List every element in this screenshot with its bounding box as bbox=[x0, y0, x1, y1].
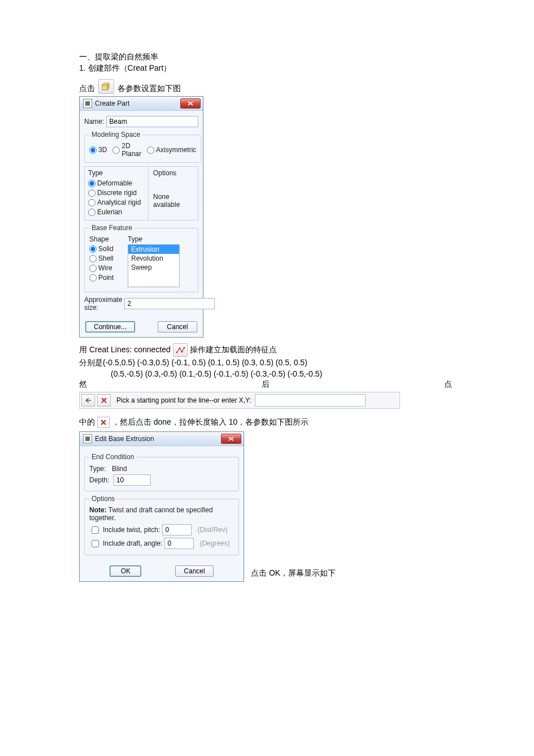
options-header: Options bbox=[153, 169, 193, 177]
cancel-button[interactable]: Cancel bbox=[175, 565, 213, 577]
options-none: None available bbox=[153, 193, 193, 209]
draft-unit: (Degrees) bbox=[199, 539, 229, 547]
titlebar: Edit Base Extrusion bbox=[80, 432, 244, 446]
approx-size-label: Approximate size: bbox=[84, 296, 122, 312]
radio-deformable[interactable]: Deformable bbox=[88, 179, 145, 187]
radio-shell[interactable]: Shell bbox=[89, 254, 124, 262]
depth-label: Depth: bbox=[89, 476, 109, 484]
base-feature-group: Base Feature Shape Solid Shell Wire Poin… bbox=[84, 224, 198, 292]
radio-point[interactable]: Point bbox=[89, 274, 124, 282]
text: 中的 bbox=[79, 417, 95, 426]
twist-checkbox[interactable] bbox=[92, 526, 99, 534]
then-line: 然后点 bbox=[79, 379, 452, 390]
close-icon[interactable] bbox=[221, 434, 241, 444]
text: 用 Creat Lines: connected bbox=[79, 345, 171, 354]
draft-label: Include draft, angle: bbox=[103, 539, 162, 547]
name-label: Name: bbox=[84, 118, 104, 126]
step-1: 1. 创建部件（Creat Part） bbox=[79, 63, 455, 74]
text: 各参数设置如下图 bbox=[118, 84, 181, 93]
type-label: Type: bbox=[89, 465, 106, 473]
list-item[interactable]: Sweep bbox=[128, 263, 179, 272]
create-part-dialog: Create Part Name: Modeling Space 3D 2D P… bbox=[79, 96, 203, 338]
edit-extrusion-dialog: Edit Base Extrusion End Condition Type: … bbox=[79, 431, 244, 582]
app-icon bbox=[83, 434, 92, 443]
connected-lines-icon bbox=[173, 343, 188, 357]
text: 操作建立加载面的特征点 bbox=[190, 345, 277, 354]
twist-label: Include twist, pitch: bbox=[103, 526, 160, 534]
radio-eulerian[interactable]: Eulerian bbox=[88, 208, 145, 216]
back-icon[interactable] bbox=[81, 394, 95, 407]
titlebar: Create Part bbox=[80, 97, 203, 111]
radio-3d[interactable]: 3D bbox=[89, 146, 107, 154]
text: 点击 bbox=[79, 84, 95, 93]
dialog-title: Create Part bbox=[95, 100, 180, 107]
app-icon bbox=[83, 99, 92, 108]
legend: Base Feature bbox=[89, 224, 134, 232]
bf-type-list[interactable]: Extrusion Revolution Sweep bbox=[128, 244, 180, 287]
note-bold: Note: bbox=[89, 506, 107, 514]
type-header: Type bbox=[88, 169, 145, 177]
heading-1: 一、提取梁的自然频率 bbox=[79, 52, 455, 62]
modeling-space-group: Modeling Space 3D 2D Planar Axisymmetric bbox=[84, 131, 201, 163]
close-icon[interactable] bbox=[180, 98, 201, 109]
radio-solid[interactable]: Solid bbox=[89, 245, 124, 253]
shape-header: Shape bbox=[89, 235, 124, 243]
type-value: Blind bbox=[112, 465, 127, 473]
xy-input[interactable] bbox=[255, 394, 366, 407]
radio-axisymmetric[interactable]: Axisymmetric bbox=[147, 146, 196, 154]
coords-line-2: (0.5,-0.5) (0.3,-0.5) (0.1,-0.5) (-0.1,-… bbox=[79, 369, 455, 378]
prompt-bar: Pick a starting point for the line--or e… bbox=[79, 392, 400, 409]
dialog-title: Edit Base Extrusion bbox=[95, 435, 221, 443]
options-group: Options Note: Twist and draft cannot be … bbox=[84, 495, 239, 555]
depth-field[interactable] bbox=[114, 474, 151, 486]
radio-analytical-rigid[interactable]: Analytical rigid bbox=[88, 198, 145, 206]
cancel-button[interactable]: Cancel bbox=[158, 321, 197, 332]
coords-line-1: 分别是(-0.5,0.5) (-0.3,0.5) (-0.1, 0.5) (0.… bbox=[79, 358, 455, 368]
name-field[interactable] bbox=[106, 116, 198, 127]
cancel-x-icon[interactable] bbox=[97, 394, 111, 407]
prompt-text: Pick a starting point for the line--or e… bbox=[116, 396, 251, 404]
approx-size-field[interactable] bbox=[124, 298, 215, 309]
note-text: Twist and draft cannot be specified toge… bbox=[89, 506, 213, 522]
radio-discrete-rigid[interactable]: Discrete rigid bbox=[88, 189, 145, 197]
draft-checkbox[interactable] bbox=[92, 540, 99, 547]
legend: End Condition bbox=[89, 453, 136, 461]
text: ，然后点击 done，拉伸长度输入 10，各参数如下图所示 bbox=[112, 417, 309, 426]
draft-field[interactable] bbox=[164, 538, 194, 549]
legend: Modeling Space bbox=[89, 131, 142, 139]
bf-type-header: Type bbox=[128, 235, 180, 243]
continue-button[interactable]: Continue... bbox=[85, 321, 135, 332]
list-item[interactable]: Revolution bbox=[128, 254, 179, 263]
end-condition-group: End Condition Type: Blind Depth: bbox=[84, 453, 239, 491]
radio-2d-planar[interactable]: 2D Planar bbox=[112, 142, 141, 158]
twist-field[interactable] bbox=[162, 524, 192, 535]
list-item[interactable]: Extrusion bbox=[128, 245, 179, 254]
legend: Options bbox=[89, 495, 117, 503]
ok-note: 点击 OK，屏幕显示如下 bbox=[251, 568, 336, 582]
radio-wire[interactable]: Wire bbox=[89, 264, 124, 272]
ok-button[interactable]: OK bbox=[110, 565, 141, 577]
twist-unit: (Dist/Rev) bbox=[197, 526, 227, 534]
create-part-icon bbox=[98, 79, 114, 94]
svg-rect-0 bbox=[102, 85, 107, 90]
cancel-x-icon bbox=[97, 417, 110, 428]
